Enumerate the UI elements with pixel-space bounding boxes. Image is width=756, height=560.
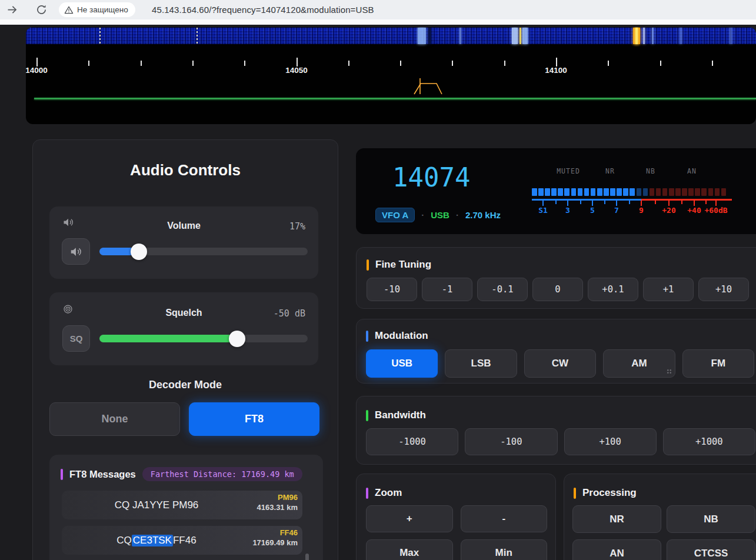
volume-slider-thumb[interactable]: [131, 244, 147, 260]
smeter-tick: [580, 201, 581, 204]
ft8-message-text: CQ JA1YYE PM96: [62, 491, 251, 519]
site-security-chip[interactable]: Не защищено: [59, 2, 135, 17]
freq-tick: [556, 58, 557, 66]
ft8-message-row[interactable]: CQ JA1YYE PM96PM964163.31 km: [62, 491, 302, 519]
modulation-fm-button[interactable]: FM: [682, 349, 754, 378]
waterfall-band[interactable]: [26, 28, 756, 44]
bandwidth--100-button[interactable]: -100: [465, 428, 557, 455]
bandwidth-+100-button[interactable]: +100: [564, 428, 657, 455]
processing-title: Processing: [582, 487, 637, 499]
decoder-none-button[interactable]: None: [49, 402, 180, 436]
freq-tick: [88, 61, 89, 66]
smeter-segment: [662, 188, 668, 196]
volume-slider[interactable]: [99, 248, 308, 255]
processing-ctcss-button[interactable]: CTCSS: [667, 539, 755, 560]
separator-dot: ·: [456, 210, 459, 220]
zoom-+-button[interactable]: +: [366, 505, 453, 532]
bandwidth--1000-button[interactable]: -1000: [366, 428, 458, 455]
mute-button[interactable]: [62, 238, 90, 265]
url-text[interactable]: 45.143.164.60/?frequency=14074120&modula…: [152, 0, 374, 19]
freq-tick: [244, 61, 245, 66]
volume-label: Volume: [49, 221, 318, 231]
smeter-tick: [655, 201, 656, 204]
zoom-buttons: +-MaxMin: [366, 505, 547, 560]
modulation-lsb-button[interactable]: LSB: [445, 349, 517, 378]
squelch-slider[interactable]: [99, 335, 308, 342]
bandwidth-title: Bandwidth: [375, 409, 426, 421]
fine-tune-+10-button[interactable]: +10: [698, 278, 749, 301]
signal-streak: [519, 28, 521, 44]
smeter-tick: [567, 201, 568, 206]
smeter-segment: [695, 188, 700, 196]
distance-value: 4163.31 km: [257, 503, 298, 513]
fine-tune--10-button[interactable]: -10: [367, 278, 417, 301]
fine-tune--1-button[interactable]: -1: [422, 278, 472, 301]
freq-tick: [660, 61, 661, 66]
smeter-segment: [682, 188, 687, 196]
waterfall-display[interactable]: 140001405014100: [26, 27, 756, 124]
squelch-slider-thumb[interactable]: [229, 331, 245, 347]
fine-tune-+1-button[interactable]: +1: [643, 278, 694, 301]
modulation-cw-button[interactable]: CW: [524, 349, 596, 378]
freq-tick: [36, 58, 38, 66]
freq-tick: [192, 61, 194, 66]
smeter-scale-label: 5: [590, 206, 595, 215]
freq-scale-label: 14000: [26, 66, 48, 75]
smeter-segment: [532, 188, 537, 196]
smeter-segment: [675, 188, 681, 196]
squelch-toggle-button[interactable]: SQ: [62, 325, 90, 352]
freq-tick: [348, 61, 349, 66]
forward-icon[interactable]: [6, 4, 18, 16]
ft8-message-row[interactable]: CQ CE3TSK FF46FF4617169.49 km: [62, 526, 302, 555]
smeter-segment: [630, 188, 635, 196]
processing-an-button[interactable]: AN: [572, 539, 661, 560]
websdr-app: Не защищено 45.143.164.60/?frequency=140…: [0, 0, 756, 560]
processing-nb-button[interactable]: NB: [667, 505, 755, 533]
zoom-title: Zoom: [375, 487, 402, 499]
fine-tuning-accent-bar: [367, 259, 369, 271]
modulation-am-button[interactable]: AM: [603, 349, 675, 378]
ft8-header: FT8 Messages Farthest Distance: 17169.49…: [61, 467, 302, 481]
modulation-buttons: USBLSBCWAMFM: [366, 349, 754, 378]
ft8-messages-card: FT8 Messages Farthest Distance: 17169.49…: [49, 455, 323, 560]
smeter-segment: [701, 188, 707, 196]
decoder-mode-buttons: NoneFT8: [49, 402, 319, 436]
dsp-status-muted: MUTED: [557, 167, 580, 175]
ft8-message-list: CQ JA1YYE PM96PM964163.31 kmCQ CE3TSK FF…: [62, 491, 302, 555]
smeter-scale-label: 7: [614, 206, 619, 215]
fine-tune-0-button[interactable]: 0: [532, 278, 583, 301]
ft8-scrollbar[interactable]: [305, 554, 309, 560]
zoom---button[interactable]: -: [461, 505, 548, 532]
processing-nr-button[interactable]: NR: [572, 505, 661, 533]
smeter-scale-label: +20: [662, 206, 675, 215]
reload-icon[interactable]: [35, 4, 48, 16]
smeter-segment: [617, 188, 622, 196]
zoom-max-button[interactable]: Max: [366, 539, 453, 560]
freq-tick: [400, 61, 401, 66]
smeter-tick: [694, 201, 695, 206]
bandwidth-+1000-button[interactable]: +1000: [663, 428, 755, 455]
smeter-segment: [597, 188, 602, 196]
page-top-strip: [0, 19, 756, 25]
decoder-ft8-button[interactable]: FT8: [189, 402, 319, 436]
fine-tune-+0.1-button[interactable]: +0.1: [588, 278, 638, 301]
smeter-tick: [604, 201, 605, 204]
smeter-scale-label: 9: [639, 206, 644, 215]
smeter-segment: [708, 188, 714, 196]
ft8-message-text: CQ CE3TSK FF46: [62, 526, 251, 555]
resize-grip-icon: [667, 369, 672, 374]
processing-panel: Processing NRNBANCTCSS: [564, 474, 756, 560]
smeter-status-labels: MUTEDNRNBAN: [356, 167, 756, 175]
signal-streak: [652, 28, 654, 44]
decoder-mode-title: Decoder Mode: [33, 379, 338, 391]
dsp-status-an: AN: [687, 167, 697, 175]
fine-tune--0.1-button[interactable]: -0.1: [477, 278, 528, 301]
zoom-min-button[interactable]: Min: [461, 539, 548, 560]
smeter-tick: [715, 201, 717, 206]
modulation-usb-button[interactable]: USB: [366, 349, 438, 378]
selected-callsign: CE3TSK: [132, 535, 173, 546]
passband-indicator[interactable]: [408, 74, 449, 95]
ft8-message-meta: FF4617169.49 km: [252, 528, 298, 548]
smeter-segment: [558, 188, 563, 196]
vfo-badge[interactable]: VFO A: [375, 208, 415, 222]
